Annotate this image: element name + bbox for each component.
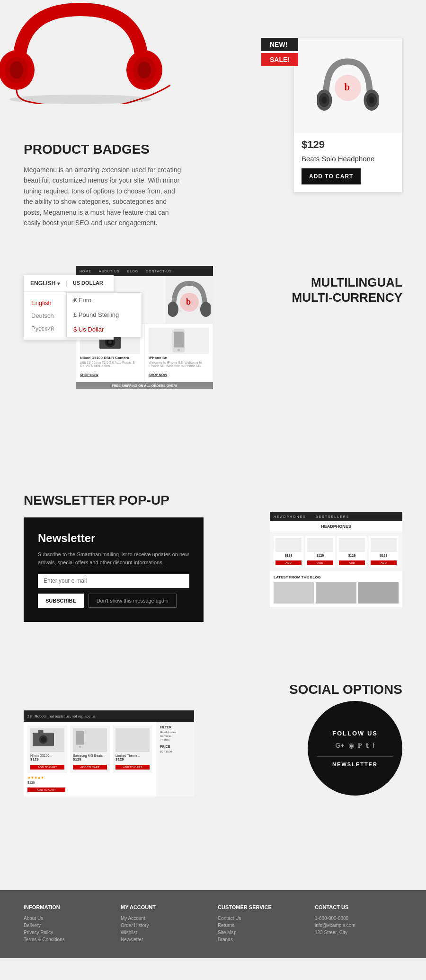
- footer-account-wishlist[interactable]: Wishlist: [121, 930, 208, 935]
- product-card: ♡ ⊕ ⇄ b $129 Beats Solo Headphone ADD TO…: [293, 38, 402, 192]
- product-badges-area: NEW! SALE!: [261, 38, 298, 66]
- footer-service-returns[interactable]: Returns: [218, 923, 305, 928]
- svg-rect-25: [174, 332, 184, 348]
- footer-info-privacy[interactable]: Privacy Policy: [24, 930, 111, 935]
- svg-point-6: [9, 95, 151, 104]
- subscribe-button[interactable]: SUBSCRIBE: [38, 594, 84, 608]
- svg-point-9: [321, 96, 327, 104]
- blog-post-3: [358, 582, 399, 604]
- footer-account-newsletter[interactable]: Newsletter: [121, 937, 208, 942]
- footer-service-sitemap[interactable]: Site Map: [218, 930, 305, 935]
- social-store-item-3-btn[interactable]: ADD TO CART: [115, 765, 150, 770]
- catalog-products-grid: $129 ADD $129 ADD $129 ADD $129 ADD: [270, 532, 402, 571]
- footer-contact-address: 123 Street, City: [315, 930, 402, 935]
- currency-euro[interactable]: € Euro: [67, 293, 142, 307]
- language-label: ENGLISH: [30, 280, 55, 287]
- footer-col-service: CUSTOMER SERVICE Contact Us Returns Site…: [218, 904, 305, 944]
- social-store-extra-btn[interactable]: ADD TO CART: [27, 788, 65, 792]
- preview-beats-svg: b: [168, 279, 211, 321]
- blog-post-1: [274, 582, 314, 604]
- footer-info-delivery[interactable]: Delivery: [24, 923, 111, 928]
- preview-iphone-name: iPhone Se: [149, 356, 209, 360]
- footer-account-orders[interactable]: Order History: [121, 923, 208, 928]
- language-dropdown-arrow[interactable]: ▾: [57, 281, 60, 286]
- footer-account-my[interactable]: My Account: [121, 916, 208, 921]
- preview-camera-desc: with 18-55mm f/3.5-5.6 Auto Focus-S DX V…: [80, 361, 140, 368]
- footer-account-title: MY ACCOUNT: [121, 904, 208, 910]
- catalog-product-1-btn[interactable]: ADD: [275, 560, 302, 565]
- catalog-product-3-btn[interactable]: ADD: [339, 560, 365, 565]
- social-store-item-3-price: $129: [115, 757, 150, 761]
- section-multilingual: ENGLISH ▾ | US DOLLAR English Deutsch Ру…: [0, 256, 426, 474]
- svg-text:b: b: [345, 82, 350, 92]
- footer-col-contact: CONTACT US 1-800-000-0000 info@example.c…: [315, 904, 402, 944]
- badge-new: NEW!: [261, 38, 298, 51]
- social-store-item-2: Samsung MG Beats... $129 ADD TO CART: [70, 726, 110, 773]
- social-store-item-2-price: $129: [73, 757, 107, 761]
- social-store-item-1-name: Nikon D5100...: [30, 754, 64, 757]
- catalog-product-2-btn[interactable]: ADD: [307, 560, 333, 565]
- newsletter-email-input[interactable]: [38, 574, 189, 588]
- footer-info-about[interactable]: About Us: [24, 916, 111, 921]
- twitter-icon[interactable]: 𝕥: [366, 742, 369, 750]
- social-store-item-3-img: [115, 728, 150, 752]
- footer-service-brands[interactable]: Brands: [218, 937, 305, 942]
- preview-iphone-desc: Welcome to iPhone SE. Welcome to iPhone …: [149, 361, 209, 368]
- language-header-item: ENGLISH ▾: [30, 280, 60, 287]
- social-store-row-1: Nikon D5100... $129 ADD TO CART Sam: [27, 726, 152, 773]
- social-camera-svg: [30, 728, 56, 750]
- social-store-item-2-btn[interactable]: ADD TO CART: [73, 765, 107, 770]
- footer-info-terms[interactable]: Terms & Conditions: [24, 937, 111, 942]
- catalog-product-1-price: $129: [275, 554, 302, 557]
- red-headphone-svg: [0, 0, 170, 104]
- catalog-product-3: $129 ADD: [337, 536, 367, 568]
- pinterest-icon[interactable]: 𝐏: [358, 742, 362, 750]
- rss-icon[interactable]: ◉: [348, 742, 354, 750]
- catalog-product-1: $129 ADD: [274, 536, 303, 568]
- social-store-nav-item: 28: [27, 714, 32, 718]
- social-icons-row: G+ ◉ 𝐏 𝕥 f: [336, 742, 375, 750]
- dont-show-button[interactable]: Don't show this message again: [89, 594, 177, 608]
- currency-usd[interactable]: $ Us Dollar: [67, 322, 142, 337]
- catalog-headphones-label: HEADPHONES: [270, 521, 402, 532]
- hero-headphone-area: [0, 0, 189, 114]
- sidebar-filter-label: FILTER: [160, 726, 190, 729]
- multilingual-heading-line1: MULTILINGUAL: [292, 275, 403, 290]
- currency-label: US DOLLAR: [73, 280, 103, 287]
- catalog-body: HEADPHONES $129 ADD $129 ADD $129 ADD: [270, 521, 402, 607]
- preview-camera-shop-now[interactable]: SHOP NOW: [80, 373, 98, 377]
- newsletter-buttons: SUBSCRIBE Don't show this message again: [38, 594, 189, 608]
- card-image-area: b: [294, 38, 402, 133]
- svg-point-29: [41, 737, 46, 742]
- newsletter-section-heading: NEWSLETTER POP-UP: [24, 493, 402, 508]
- google-plus-icon[interactable]: G+: [336, 742, 345, 750]
- preview-iphone-image: [149, 328, 209, 354]
- section-description: Megamenu is an amazing extension used fo…: [24, 165, 185, 228]
- sidebar-price-label: PRICE: [160, 745, 190, 748]
- header-divider: |: [65, 280, 67, 287]
- newsletter-popup-title: Newsletter: [38, 532, 189, 545]
- preview-nav-bar: HOME ABOUT US BLOG CONTACT-US: [76, 266, 213, 276]
- catalog-product-3-price: $129: [339, 554, 365, 557]
- preview-iphone-shop-now[interactable]: SHOP NOW: [149, 373, 167, 377]
- preview-nav-contact: CONTACT-US: [146, 270, 172, 273]
- catalog-product-4-img: [371, 538, 397, 552]
- social-store-nav-desc: Robots that assist us, not replace us: [35, 714, 96, 718]
- social-store-item-1-btn[interactable]: ADD TO CART: [30, 765, 64, 770]
- footer-service-contact[interactable]: Contact Us: [218, 916, 305, 921]
- currency-pound[interactable]: £ Pound Sterling: [67, 307, 142, 322]
- add-to-cart-button[interactable]: ADD TO CART: [302, 168, 361, 184]
- section-social: SOCIAL OPTIONS FOLLOW US G+ ◉ 𝐏 𝕥 f NEWS…: [0, 663, 426, 890]
- social-follow-circle: FOLLOW US G+ ◉ 𝐏 𝕥 f NEWSLETTER: [308, 701, 402, 796]
- footer-info-title: INFORMATION: [24, 904, 111, 910]
- card-title: Beats Solo Headphone: [294, 153, 402, 168]
- catalog-product-2-price: $129: [307, 554, 333, 557]
- catalog-product-2-img: [307, 538, 333, 552]
- catalog-product-4-btn[interactable]: ADD: [371, 560, 397, 565]
- footer-contact-email: info@example.com: [315, 923, 402, 928]
- catalog-product-4: $129 ADD: [369, 536, 399, 568]
- facebook-icon[interactable]: f: [373, 742, 375, 750]
- star-rating: ★★★★★: [27, 776, 152, 780]
- preview-camera-name: Nikon D5100 DSLR Camera: [80, 356, 140, 360]
- preview-hero-image: b: [166, 276, 213, 324]
